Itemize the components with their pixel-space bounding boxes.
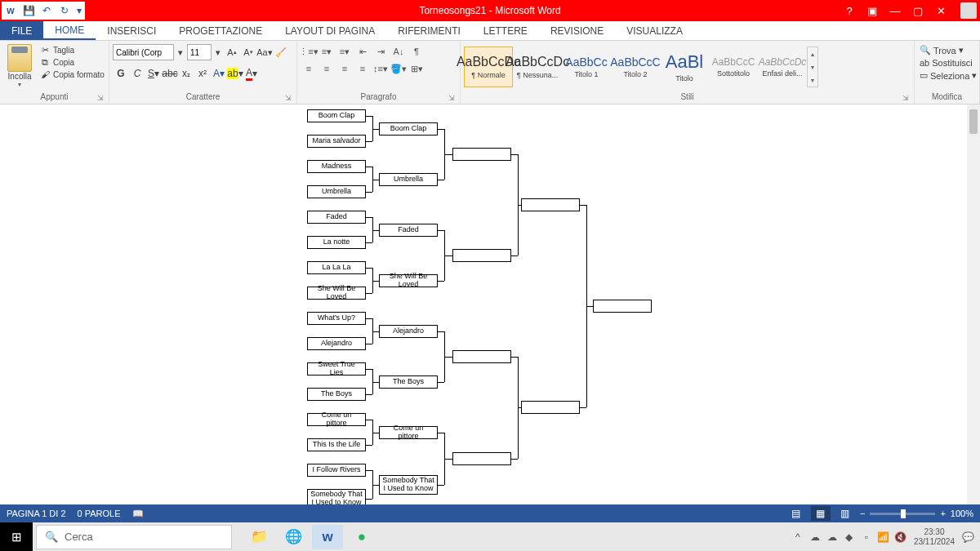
styles-launcher-icon[interactable]: ⇲ bbox=[902, 94, 909, 102]
weather-icon[interactable]: ☁ bbox=[808, 530, 822, 544]
zoom-slider[interactable] bbox=[870, 513, 935, 515]
text-effects-button[interactable]: A▾ bbox=[211, 65, 227, 82]
style-heading2[interactable]: AaBbCcCTitolo 2 bbox=[611, 47, 660, 87]
style-title[interactable]: AaBlTitolo bbox=[660, 47, 709, 87]
find-button[interactable]: 🔍Trova ▾ bbox=[918, 44, 978, 56]
undo-icon[interactable]: ↶ bbox=[38, 2, 56, 20]
font-size-input[interactable]: 11 bbox=[187, 44, 212, 60]
user-avatar[interactable] bbox=[960, 2, 977, 19]
word-icon[interactable]: w bbox=[2, 2, 20, 20]
superscript-button[interactable]: x² bbox=[194, 65, 211, 82]
font-launcher-icon[interactable]: ⇲ bbox=[285, 94, 292, 102]
shrink-font-button[interactable]: A▾ bbox=[241, 45, 256, 60]
minimize-icon[interactable]: ― bbox=[885, 2, 905, 19]
tab-file[interactable]: FILE bbox=[0, 21, 43, 40]
tab-layout[interactable]: LAYOUT DI PAGINA bbox=[274, 21, 386, 40]
justify-button[interactable]: ≡ bbox=[354, 61, 371, 76]
tab-view[interactable]: VISUALIZZA bbox=[615, 21, 694, 40]
tab-references[interactable]: RIFERIMENTI bbox=[386, 21, 472, 40]
style-no-spacing[interactable]: AaBbCcDc¶ Nessuna... bbox=[513, 47, 562, 87]
line-spacing-button[interactable]: ↕≡▾ bbox=[372, 61, 389, 76]
ribbon-display-icon[interactable]: ▣ bbox=[862, 2, 882, 19]
zoom-in-button[interactable]: + bbox=[940, 509, 945, 518]
tray-icon-1[interactable]: ◆ bbox=[842, 530, 857, 544]
font-size-dropdown-icon[interactable]: ▾ bbox=[213, 45, 223, 60]
chrome-icon[interactable]: 🌐 bbox=[278, 525, 309, 549]
tab-design[interactable]: PROGETTAZIONE bbox=[167, 21, 274, 40]
change-case-button[interactable]: Aa▾ bbox=[257, 45, 272, 60]
word-taskbar-icon[interactable]: w bbox=[312, 525, 343, 549]
qat-dropdown-icon[interactable]: ▾ bbox=[74, 2, 85, 20]
language-icon[interactable]: ▫ bbox=[859, 530, 874, 544]
style-subtitle[interactable]: AaBbCcCSottotitolo bbox=[709, 47, 758, 87]
subscript-button[interactable]: x₂ bbox=[178, 65, 194, 82]
zoom-level[interactable]: 100% bbox=[951, 509, 973, 518]
save-icon[interactable]: 💾 bbox=[20, 2, 38, 20]
help-icon[interactable]: ? bbox=[840, 2, 859, 19]
bold-button[interactable]: G bbox=[113, 65, 129, 82]
onedrive-icon[interactable]: ☁ bbox=[825, 530, 840, 544]
word-count[interactable]: 0 PAROLE bbox=[78, 509, 121, 518]
search-box[interactable]: 🔍 Cerca bbox=[36, 525, 232, 549]
web-layout-button[interactable]: ▥ bbox=[835, 506, 855, 521]
multilevel-button[interactable]: ≡▾ bbox=[336, 44, 353, 59]
document-area[interactable]: ^ Boom ClapMaria salvadorMadnessUmbrella… bbox=[0, 104, 980, 504]
align-center-button[interactable]: ≡ bbox=[318, 61, 335, 76]
style-emphasis[interactable]: AaBbCcDcEnfasi deli... bbox=[758, 47, 807, 87]
vertical-scrollbar[interactable] bbox=[967, 104, 980, 504]
redo-icon[interactable]: ↻ bbox=[56, 2, 74, 20]
underline-button[interactable]: S▾ bbox=[145, 65, 162, 82]
show-marks-button[interactable]: ¶ bbox=[408, 44, 425, 59]
proofing-icon[interactable]: 📖 bbox=[132, 509, 144, 519]
bullets-button[interactable]: ⋮≡▾ bbox=[301, 44, 317, 59]
notifications-icon[interactable]: 💬 bbox=[960, 530, 975, 544]
scrollbar-thumb[interactable] bbox=[969, 109, 978, 134]
sort-button[interactable]: A↓ bbox=[390, 44, 407, 59]
styles-gallery[interactable]: AaBbCcDc¶ Normale AaBbCcDc¶ Nessuna... A… bbox=[464, 44, 818, 90]
align-right-button[interactable]: ≡ bbox=[336, 61, 353, 76]
print-layout-button[interactable]: ▦ bbox=[811, 506, 831, 521]
paste-dropdown-icon[interactable]: ▾ bbox=[18, 81, 21, 88]
file-explorer-icon[interactable]: 📁 bbox=[243, 525, 274, 549]
increase-indent-button[interactable]: ⇥ bbox=[372, 44, 389, 59]
paragraph-launcher-icon[interactable]: ⇲ bbox=[448, 94, 455, 102]
styles-more-button[interactable]: ▴▾▾ bbox=[807, 47, 818, 87]
font-name-input[interactable]: Calibri (Corp bbox=[113, 44, 174, 60]
strikethrough-button[interactable]: abc bbox=[162, 65, 178, 82]
format-painter-button[interactable]: 🖌Copia formato bbox=[39, 69, 105, 80]
font-name-dropdown-icon[interactable]: ▾ bbox=[176, 45, 185, 60]
clipboard-launcher-icon[interactable]: ⇲ bbox=[97, 94, 104, 102]
font-color-button[interactable]: A▾ bbox=[243, 65, 260, 82]
italic-button[interactable]: C bbox=[129, 65, 145, 82]
bracket-r2-3: She Will Be Loved bbox=[379, 274, 438, 287]
borders-button[interactable]: ⊞▾ bbox=[408, 61, 425, 76]
tray-chevron-icon[interactable]: ^ bbox=[791, 530, 805, 544]
clear-format-button[interactable]: 🧹 bbox=[274, 45, 288, 60]
close-icon[interactable]: ✕ bbox=[931, 2, 951, 19]
numbering-button[interactable]: ≡▾ bbox=[318, 44, 335, 59]
tab-insert[interactable]: INSERISCI bbox=[96, 21, 167, 40]
tab-mailings[interactable]: LETTERE bbox=[472, 21, 539, 40]
volume-icon[interactable]: 🔇 bbox=[893, 530, 908, 544]
zoom-out-button[interactable]: − bbox=[860, 509, 865, 518]
cut-button[interactable]: ✂Taglia bbox=[39, 44, 105, 56]
grow-font-button[interactable]: A▴ bbox=[225, 45, 239, 60]
copy-button[interactable]: ⧉Copia bbox=[39, 56, 105, 68]
wifi-icon[interactable]: 📶 bbox=[876, 530, 891, 544]
tab-home[interactable]: HOME bbox=[43, 21, 96, 40]
decrease-indent-button[interactable]: ⇤ bbox=[354, 44, 371, 59]
paste-button[interactable]: Incolla ▾ bbox=[3, 44, 36, 88]
page-indicator[interactable]: PAGINA 1 DI 2 bbox=[7, 509, 66, 518]
replace-button[interactable]: abSostituisci bbox=[918, 57, 978, 69]
spotify-icon[interactable]: ● bbox=[346, 525, 377, 549]
tab-review[interactable]: REVISIONE bbox=[539, 21, 615, 40]
maximize-icon[interactable]: ▢ bbox=[908, 2, 928, 19]
clock[interactable]: 23:30 23/11/2024 bbox=[914, 527, 955, 547]
shading-button[interactable]: 🪣▾ bbox=[390, 61, 407, 76]
align-left-button[interactable]: ≡ bbox=[301, 61, 317, 76]
start-button[interactable]: ⊞ bbox=[0, 522, 33, 551]
highlight-button[interactable]: ab▾ bbox=[227, 65, 243, 82]
read-mode-button[interactable]: ▤ bbox=[786, 506, 806, 521]
style-heading1[interactable]: AaBbCcTitolo 1 bbox=[562, 47, 611, 87]
select-button[interactable]: ▭Seleziona ▾ bbox=[918, 69, 978, 82]
